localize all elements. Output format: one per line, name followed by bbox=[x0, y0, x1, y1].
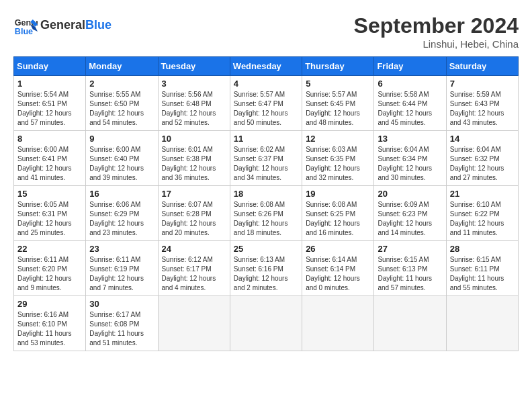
calendar-week-row: 8 Sunrise: 6:00 AM Sunset: 6:41 PM Dayli… bbox=[14, 131, 519, 186]
calendar-day-cell: 11 Sunrise: 6:02 AM Sunset: 6:37 PM Dayl… bbox=[230, 131, 302, 186]
day-info: Sunrise: 6:13 AM Sunset: 6:16 PM Dayligh… bbox=[234, 255, 298, 293]
day-info: Sunrise: 5:57 AM Sunset: 6:45 PM Dayligh… bbox=[306, 90, 370, 128]
calendar-day-cell bbox=[374, 296, 446, 351]
day-info: Sunrise: 6:07 AM Sunset: 6:28 PM Dayligh… bbox=[162, 200, 226, 238]
day-number: 24 bbox=[162, 244, 226, 254]
col-thursday: Thursday bbox=[302, 57, 374, 76]
day-info: Sunrise: 6:08 AM Sunset: 6:25 PM Dayligh… bbox=[306, 200, 370, 238]
day-number: 23 bbox=[89, 244, 154, 254]
col-monday: Monday bbox=[86, 57, 158, 76]
day-info: Sunrise: 6:01 AM Sunset: 6:38 PM Dayligh… bbox=[162, 145, 226, 183]
calendar-day-cell: 29 Sunrise: 6:16 AM Sunset: 6:10 PM Dayl… bbox=[14, 296, 86, 351]
day-number: 28 bbox=[450, 244, 515, 254]
day-info: Sunrise: 5:54 AM Sunset: 6:51 PM Dayligh… bbox=[17, 90, 82, 128]
calendar-day-cell: 6 Sunrise: 5:58 AM Sunset: 6:44 PM Dayli… bbox=[374, 76, 446, 131]
day-number: 5 bbox=[306, 79, 370, 89]
calendar-table: Sunday Monday Tuesday Wednesday Thursday… bbox=[13, 56, 519, 351]
day-info: Sunrise: 6:08 AM Sunset: 6:26 PM Dayligh… bbox=[234, 200, 298, 238]
calendar-day-cell: 24 Sunrise: 6:12 AM Sunset: 6:17 PM Dayl… bbox=[158, 241, 230, 296]
day-number: 25 bbox=[234, 244, 298, 254]
calendar-week-row: 22 Sunrise: 6:11 AM Sunset: 6:20 PM Dayl… bbox=[14, 241, 519, 296]
day-info: Sunrise: 6:00 AM Sunset: 6:40 PM Dayligh… bbox=[89, 145, 154, 183]
calendar-day-cell: 1 Sunrise: 5:54 AM Sunset: 6:51 PM Dayli… bbox=[14, 76, 86, 131]
logo-icon: General Blue bbox=[13, 13, 38, 38]
calendar-day-cell: 27 Sunrise: 6:15 AM Sunset: 6:13 PM Dayl… bbox=[374, 241, 446, 296]
calendar-day-cell: 19 Sunrise: 6:08 AM Sunset: 6:25 PM Dayl… bbox=[302, 186, 374, 241]
day-info: Sunrise: 5:55 AM Sunset: 6:50 PM Dayligh… bbox=[89, 90, 154, 128]
day-info: Sunrise: 6:15 AM Sunset: 6:13 PM Dayligh… bbox=[378, 255, 442, 293]
calendar-day-cell: 23 Sunrise: 6:11 AM Sunset: 6:19 PM Dayl… bbox=[86, 241, 158, 296]
calendar-week-row: 15 Sunrise: 6:05 AM Sunset: 6:31 PM Dayl… bbox=[14, 186, 519, 241]
calendar-day-cell: 9 Sunrise: 6:00 AM Sunset: 6:40 PM Dayli… bbox=[86, 131, 158, 186]
day-number: 20 bbox=[378, 189, 442, 199]
day-info: Sunrise: 6:16 AM Sunset: 6:10 PM Dayligh… bbox=[17, 310, 82, 348]
day-info: Sunrise: 6:14 AM Sunset: 6:14 PM Dayligh… bbox=[306, 255, 370, 293]
title-block: September 2024 Linshui, Hebei, China bbox=[354, 13, 519, 50]
day-info: Sunrise: 6:06 AM Sunset: 6:29 PM Dayligh… bbox=[89, 200, 154, 238]
day-number: 7 bbox=[450, 79, 515, 89]
day-info: Sunrise: 6:03 AM Sunset: 6:35 PM Dayligh… bbox=[306, 145, 370, 183]
day-number: 4 bbox=[234, 79, 298, 89]
calendar-day-cell: 16 Sunrise: 6:06 AM Sunset: 6:29 PM Dayl… bbox=[86, 186, 158, 241]
day-info: Sunrise: 6:00 AM Sunset: 6:41 PM Dayligh… bbox=[17, 145, 82, 183]
day-number: 18 bbox=[234, 189, 298, 199]
month-year: September 2024 bbox=[354, 13, 519, 38]
calendar-day-cell: 15 Sunrise: 6:05 AM Sunset: 6:31 PM Dayl… bbox=[14, 186, 86, 241]
calendar-day-cell: 21 Sunrise: 6:10 AM Sunset: 6:22 PM Dayl… bbox=[446, 186, 518, 241]
day-info: Sunrise: 6:15 AM Sunset: 6:11 PM Dayligh… bbox=[450, 255, 515, 293]
day-info: Sunrise: 6:02 AM Sunset: 6:37 PM Dayligh… bbox=[234, 145, 298, 183]
page-header: General Blue GeneralBlue September 2024 … bbox=[13, 13, 519, 50]
calendar-day-cell: 8 Sunrise: 6:00 AM Sunset: 6:41 PM Dayli… bbox=[14, 131, 86, 186]
svg-text:Blue: Blue bbox=[15, 27, 33, 36]
col-friday: Friday bbox=[374, 57, 446, 76]
day-number: 17 bbox=[162, 189, 226, 199]
calendar-day-cell: 5 Sunrise: 5:57 AM Sunset: 6:45 PM Dayli… bbox=[302, 76, 374, 131]
logo: General Blue GeneralBlue bbox=[13, 13, 112, 38]
col-wednesday: Wednesday bbox=[230, 57, 302, 76]
calendar-day-cell: 17 Sunrise: 6:07 AM Sunset: 6:28 PM Dayl… bbox=[158, 186, 230, 241]
calendar-day-cell: 7 Sunrise: 5:59 AM Sunset: 6:43 PM Dayli… bbox=[446, 76, 518, 131]
calendar-day-cell: 3 Sunrise: 5:56 AM Sunset: 6:48 PM Dayli… bbox=[158, 76, 230, 131]
calendar-day-cell bbox=[446, 296, 518, 351]
calendar-day-cell: 18 Sunrise: 6:08 AM Sunset: 6:26 PM Dayl… bbox=[230, 186, 302, 241]
col-saturday: Saturday bbox=[446, 57, 518, 76]
day-info: Sunrise: 6:04 AM Sunset: 6:32 PM Dayligh… bbox=[450, 145, 515, 183]
day-info: Sunrise: 5:58 AM Sunset: 6:44 PM Dayligh… bbox=[378, 90, 442, 128]
day-number: 3 bbox=[162, 79, 226, 89]
day-info: Sunrise: 6:11 AM Sunset: 6:20 PM Dayligh… bbox=[17, 255, 82, 293]
calendar-week-row: 29 Sunrise: 6:16 AM Sunset: 6:10 PM Dayl… bbox=[14, 296, 519, 351]
calendar-day-cell: 12 Sunrise: 6:03 AM Sunset: 6:35 PM Dayl… bbox=[302, 131, 374, 186]
calendar-day-cell bbox=[230, 296, 302, 351]
calendar-day-cell: 28 Sunrise: 6:15 AM Sunset: 6:11 PM Dayl… bbox=[446, 241, 518, 296]
calendar-day-cell: 26 Sunrise: 6:14 AM Sunset: 6:14 PM Dayl… bbox=[302, 241, 374, 296]
day-info: Sunrise: 6:09 AM Sunset: 6:23 PM Dayligh… bbox=[378, 200, 442, 238]
calendar-day-cell: 13 Sunrise: 6:04 AM Sunset: 6:34 PM Dayl… bbox=[374, 131, 446, 186]
day-number: 8 bbox=[17, 134, 82, 144]
logo-blue: Blue bbox=[85, 18, 112, 32]
calendar-day-cell: 4 Sunrise: 5:57 AM Sunset: 6:47 PM Dayli… bbox=[230, 76, 302, 131]
calendar-day-cell: 30 Sunrise: 6:17 AM Sunset: 6:08 PM Dayl… bbox=[86, 296, 158, 351]
day-number: 22 bbox=[17, 244, 82, 254]
day-number: 16 bbox=[89, 189, 154, 199]
col-tuesday: Tuesday bbox=[158, 57, 230, 76]
day-number: 19 bbox=[306, 189, 370, 199]
day-number: 21 bbox=[450, 189, 515, 199]
calendar-day-cell: 22 Sunrise: 6:11 AM Sunset: 6:20 PM Dayl… bbox=[14, 241, 86, 296]
day-number: 12 bbox=[306, 134, 370, 144]
logo-general: General bbox=[40, 18, 85, 32]
calendar-week-row: 1 Sunrise: 5:54 AM Sunset: 6:51 PM Dayli… bbox=[14, 76, 519, 131]
day-number: 14 bbox=[450, 134, 515, 144]
calendar-day-cell: 10 Sunrise: 6:01 AM Sunset: 6:38 PM Dayl… bbox=[158, 131, 230, 186]
calendar-day-cell: 20 Sunrise: 6:09 AM Sunset: 6:23 PM Dayl… bbox=[374, 186, 446, 241]
day-number: 27 bbox=[378, 244, 442, 254]
day-number: 1 bbox=[17, 79, 82, 89]
day-number: 13 bbox=[378, 134, 442, 144]
day-info: Sunrise: 6:04 AM Sunset: 6:34 PM Dayligh… bbox=[378, 145, 442, 183]
calendar-day-cell: 14 Sunrise: 6:04 AM Sunset: 6:32 PM Dayl… bbox=[446, 131, 518, 186]
col-sunday: Sunday bbox=[14, 57, 86, 76]
day-number: 15 bbox=[17, 189, 82, 199]
day-number: 11 bbox=[234, 134, 298, 144]
day-info: Sunrise: 6:12 AM Sunset: 6:17 PM Dayligh… bbox=[162, 255, 226, 293]
day-info: Sunrise: 6:05 AM Sunset: 6:31 PM Dayligh… bbox=[17, 200, 82, 238]
logo-text: GeneralBlue bbox=[40, 19, 112, 32]
